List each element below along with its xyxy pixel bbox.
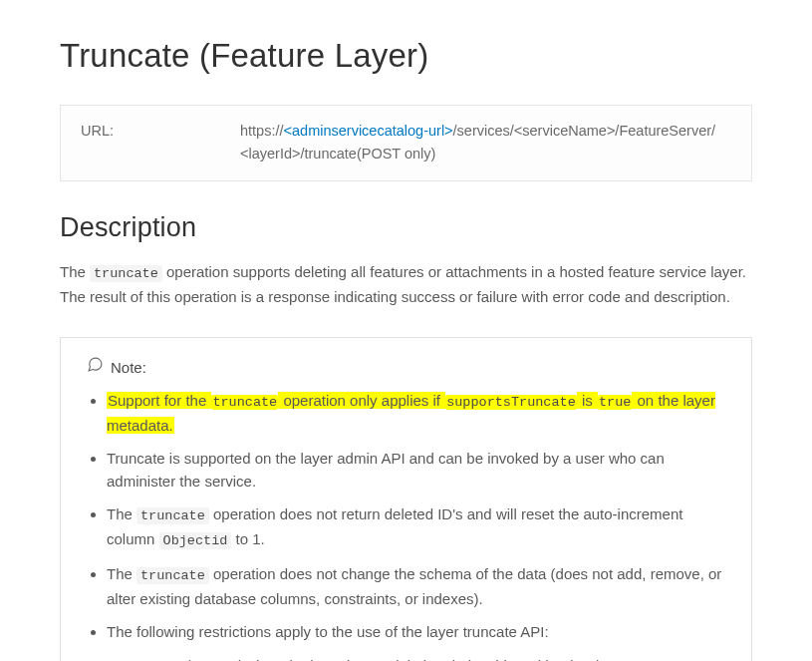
note5-text: The following restrictions apply to the … bbox=[107, 623, 549, 640]
note-icon bbox=[87, 356, 104, 379]
note-box: Note: Support for the truncate operation… bbox=[60, 337, 752, 661]
note1-code2: supportsTruncate bbox=[445, 395, 577, 410]
note-item-1: Support for the truncate operation only … bbox=[107, 389, 725, 437]
note-list: Support for the truncate operation only … bbox=[87, 389, 725, 661]
note3-code2: Objectid bbox=[159, 532, 232, 549]
url-value: https://<adminservicecatalog-url>/servic… bbox=[240, 120, 731, 165]
url-prefix: https:// bbox=[240, 123, 284, 139]
note1-hl2: operation only applies if bbox=[278, 392, 445, 409]
note-sublist: It cannot be used when the layer is an o… bbox=[107, 654, 725, 661]
note3-t3: to 1. bbox=[231, 530, 264, 547]
page-title: Truncate (Feature Layer) bbox=[60, 30, 752, 81]
note1-hl3: is bbox=[577, 392, 598, 409]
note3-t1: The bbox=[107, 505, 136, 522]
desc-text-2: operation supports deleting all features… bbox=[60, 263, 746, 305]
note1-hl1: Support for the bbox=[107, 392, 211, 409]
note1-code1: truncate bbox=[211, 395, 278, 410]
note4-code1: truncate bbox=[136, 567, 209, 584]
url-label: URL: bbox=[81, 120, 200, 142]
note1-code3: true bbox=[598, 395, 632, 410]
note-item-4: The truncate operation does not change t… bbox=[107, 562, 725, 610]
note-header: Note: bbox=[87, 356, 725, 379]
note3-code1: truncate bbox=[136, 507, 209, 524]
note-subitem-1: It cannot be used when the layer is an o… bbox=[127, 654, 725, 661]
note-item-2: Truncate is supported on the layer admin… bbox=[107, 447, 725, 494]
note-item-3: The truncate operation does not return d… bbox=[107, 502, 725, 552]
description-heading: Description bbox=[60, 207, 752, 249]
desc-text-1: The bbox=[60, 263, 90, 280]
desc-code-truncate: truncate bbox=[90, 265, 162, 282]
note4-t1: The bbox=[107, 565, 136, 582]
url-box: URL: https://<adminservicecatalog-url>/s… bbox=[60, 105, 752, 180]
description-paragraph: The truncate operation supports deleting… bbox=[60, 260, 752, 308]
url-link[interactable]: <adminservicecatalog-url> bbox=[284, 123, 453, 139]
note-item-5: The following restrictions apply to the … bbox=[107, 620, 725, 661]
note-label: Note: bbox=[111, 356, 146, 379]
